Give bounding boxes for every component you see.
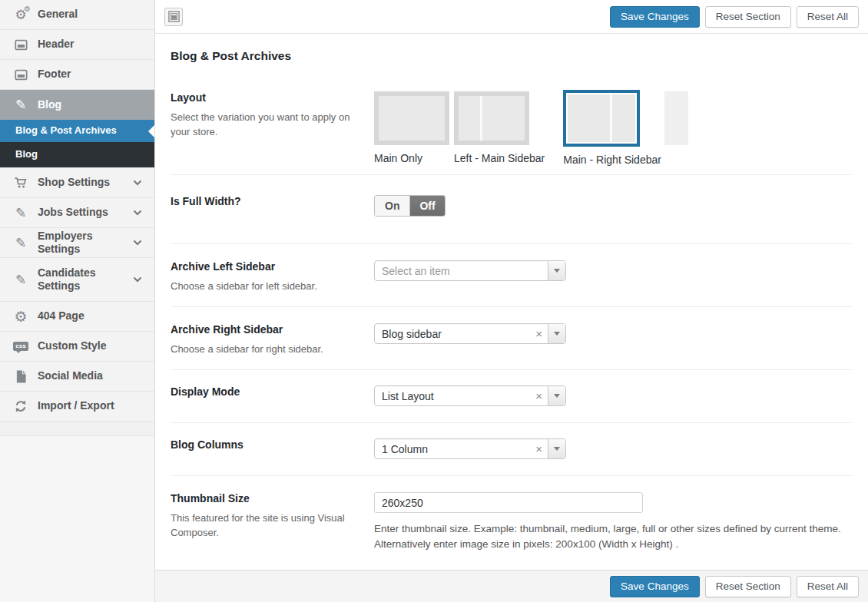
select-value: List Layout [375, 390, 530, 402]
blog-columns-select[interactable]: 1 Column × [374, 438, 566, 459]
clear-selection-icon[interactable]: × [530, 390, 548, 402]
setting-label: Archive Right Sidebar [171, 323, 357, 336]
panel-icon [12, 67, 29, 82]
sidebar-item-shop-settings[interactable]: Shop Settings [0, 168, 154, 198]
setting-row-archive-left-sidebar: Archive Left Sidebar Choose a sidebar fo… [171, 244, 853, 307]
gear-glyph: ⚙ [14, 309, 27, 324]
sidebar-item-footer[interactable]: Footer [0, 60, 154, 90]
setting-description: Choose a sidebar for right sidebar. [171, 342, 357, 357]
select-dropdown-arrow[interactable] [548, 324, 565, 343]
sidebar-item-label: General [38, 8, 144, 22]
css-icon: css [12, 339, 29, 354]
layout-toggle-button[interactable] [164, 8, 183, 26]
setting-description: Choose a sidebar for left sidebar. [171, 280, 357, 294]
sidebar-subitem-blog[interactable]: Blog [0, 142, 154, 168]
sidebar-item-label: Social Media [38, 369, 144, 383]
sidebar-item-label: Footer [38, 68, 144, 81]
chevron-down-icon [554, 332, 560, 336]
sidebar-item-social-media[interactable]: Social Media [0, 362, 154, 392]
sidebar-item-candidates-settings[interactable]: ✎ Candidates Settings [0, 258, 154, 302]
setting-row-display-mode: Display Mode List Layout × [171, 370, 853, 423]
select-dropdown-arrow[interactable] [548, 439, 565, 458]
layout-option-label: Main - Right Sidebar [563, 154, 661, 166]
reset-section-button-bottom[interactable]: Reset Section [705, 576, 791, 597]
cart-icon [12, 175, 29, 190]
top-toolbar: Save Changes Reset Section Reset All [155, 0, 868, 34]
reset-section-button-top[interactable]: Reset Section [705, 6, 791, 28]
layout-option-main-right[interactable]: Main - Right Sidebar [563, 91, 661, 166]
clear-selection-icon[interactable]: × [530, 443, 548, 455]
thumbnail-size-input[interactable] [374, 492, 643, 513]
sidebar-filler [0, 436, 154, 602]
sidebar-item-blog[interactable]: ✎ Blog [0, 90, 154, 120]
archive-left-sidebar-select[interactable]: Select an item [374, 260, 566, 281]
sidebar-item-label: Jobs Settings [38, 206, 133, 220]
setting-label: Is Full Width? [171, 195, 357, 207]
toggle-off-button[interactable]: Off [410, 196, 444, 216]
chevron-down-icon [133, 240, 144, 246]
setting-label: Archive Left Sidebar [171, 260, 357, 273]
select-value: Blog sidebar [375, 328, 530, 340]
active-item-arrow [148, 125, 154, 137]
chevron-down-icon [133, 276, 144, 283]
layout-option-left-main[interactable]: Left - Main Sidebar [454, 91, 545, 164]
bottom-toolbar: Save Changes Reset Section Reset All [155, 570, 868, 602]
setting-row-thumbnail-size: Thumbnail Size This featured for the sit… [171, 476, 853, 570]
gears-icon: ⚙⚙ [12, 7, 29, 22]
layout-icon [168, 11, 180, 22]
settings-rows: Layout Select the variation you want to … [155, 72, 868, 570]
sidebar-item-label: Header [38, 38, 144, 51]
pencil-icon: ✎ [12, 235, 29, 250]
sidebar-item-general[interactable]: ⚙⚙ General [0, 0, 154, 30]
layout-option-label: Left - Main Sidebar [454, 152, 545, 164]
reset-all-button-top[interactable]: Reset All [797, 6, 859, 28]
sidebar-subitem-label: Blog & Post Archives [15, 124, 144, 137]
setting-row-layout: Layout Select the variation you want to … [171, 72, 853, 175]
sidebar-item-label: Import / Export [38, 399, 144, 413]
clear-selection-icon[interactable]: × [530, 328, 548, 339]
display-mode-select[interactable]: List Layout × [374, 385, 566, 406]
save-changes-button-bottom[interactable]: Save Changes [610, 576, 700, 597]
select-dropdown-arrow[interactable] [548, 386, 565, 405]
page-header: Blog & Post Archives [155, 34, 868, 72]
sidebar-item-header[interactable]: Header [0, 30, 154, 60]
reset-all-button-bottom[interactable]: Reset All [797, 576, 859, 597]
chevron-down-icon [554, 269, 560, 273]
full-width-toggle: On Off [374, 195, 446, 217]
app-window: ⚙⚙ General Header Footer ✎ Blog Blog & P… [0, 0, 868, 602]
sidebar-item-custom-style[interactable]: css Custom Style [0, 332, 154, 362]
pencil-icon: ✎ [12, 98, 29, 113]
layout-thumbnail [454, 91, 529, 145]
archive-right-sidebar-select[interactable]: Blog sidebar × [374, 323, 566, 344]
settings-panel: Save Changes Reset Section Reset All Blo… [155, 0, 868, 602]
select-dropdown-arrow[interactable] [548, 261, 565, 280]
sidebar-subitem-blog-post-archives[interactable]: Blog & Post Archives [0, 120, 154, 142]
setting-label: Layout [171, 91, 357, 104]
page-icon [12, 369, 29, 384]
select-value: 1 Column [375, 443, 530, 455]
panel-icon [12, 37, 29, 52]
css-badge-text: css [13, 342, 28, 351]
pencil-glyph: ✎ [15, 237, 26, 250]
layout-option-label: Main Only [374, 152, 449, 164]
sidebar-item-import-export[interactable]: Import / Export [0, 392, 154, 422]
pencil-glyph: ✎ [15, 273, 26, 286]
sidebar-subitem-label: Blog [15, 148, 144, 160]
setting-description: This featured for the site is using Visu… [171, 511, 357, 541]
sidebar-item-label: Custom Style [38, 339, 144, 353]
save-changes-button-top[interactable]: Save Changes [610, 6, 700, 28]
pencil-glyph: ✎ [15, 207, 26, 220]
layout-option-main-only[interactable]: Main Only [374, 91, 449, 164]
toggle-on-button[interactable]: On [375, 196, 410, 216]
thumbnail-size-help: Enter thumbnail size. Example: thumbnail… [374, 521, 853, 553]
chevron-down-icon [133, 210, 144, 216]
sidebar-item-employers-settings[interactable]: ✎ Employers Settings [0, 228, 154, 258]
setting-row-blog-columns: Blog Columns 1 Column × [171, 423, 853, 476]
setting-row-archive-right-sidebar: Archive Right Sidebar Choose a sidebar f… [171, 307, 853, 370]
layout-thumbnail [374, 91, 449, 145]
layout-option-partial [664, 91, 688, 145]
settings-sidebar: ⚙⚙ General Header Footer ✎ Blog Blog & P… [0, 0, 155, 602]
pencil-icon: ✎ [12, 272, 29, 287]
sidebar-item-jobs-settings[interactable]: ✎ Jobs Settings [0, 198, 154, 228]
sidebar-item-404-page[interactable]: ⚙ 404 Page [0, 302, 154, 332]
